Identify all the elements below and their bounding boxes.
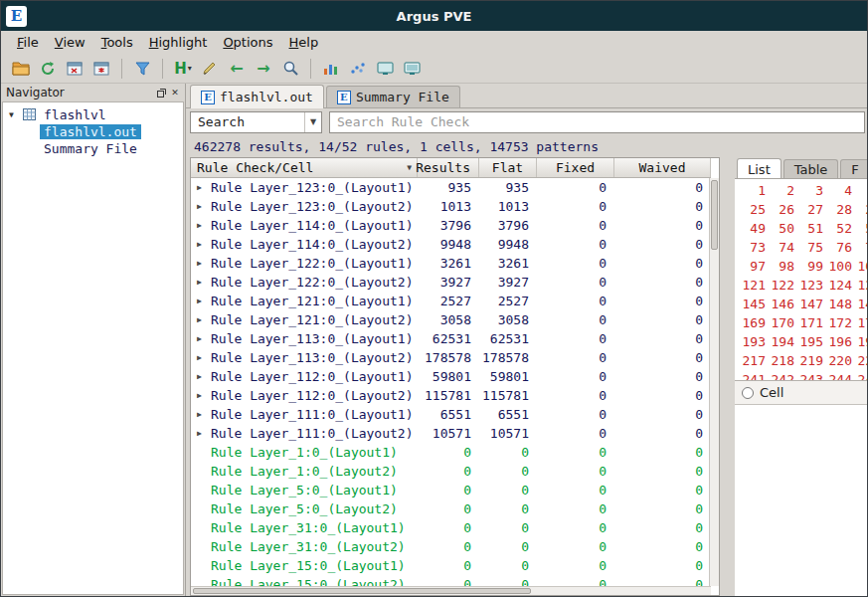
result-number[interactable]: 1 <box>737 183 766 202</box>
result-number[interactable]: 50 <box>766 221 794 240</box>
scatter-plot-icon[interactable] <box>346 57 370 81</box>
result-number[interactable]: 243 <box>794 372 823 381</box>
result-number[interactable]: 221 <box>852 353 867 372</box>
table-row[interactable]: ▶Rule Layer_121:0_(Layout1)2527252700 <box>191 292 711 310</box>
menu-options[interactable]: Options <box>215 33 280 52</box>
row-expand-icon[interactable]: ▶ <box>197 372 207 381</box>
result-number[interactable]: 25 <box>737 202 766 221</box>
table-row[interactable]: ▶Rule Layer_123:0_(Layout2)1013101300 <box>191 197 711 216</box>
menu-file[interactable]: File <box>9 33 47 52</box>
next-arrow-icon[interactable]: → <box>252 57 275 81</box>
tree-root-flashlvl[interactable]: ▼ flashlvl <box>3 105 183 123</box>
result-number[interactable]: 74 <box>766 240 794 259</box>
row-expand-icon[interactable]: ▶ <box>197 410 207 419</box>
result-number[interactable]: 3 <box>794 183 823 202</box>
table-row[interactable]: Rule Layer_1:0_(Layout1)0000 <box>191 443 711 462</box>
result-number[interactable]: 2 <box>766 183 794 202</box>
table-row[interactable]: ▶Rule Layer_112:0_(Layout2)1157811157810… <box>191 386 711 405</box>
table-row[interactable]: Rule Layer_15:0_(Layout2)0000 <box>191 575 711 586</box>
result-number[interactable]: 241 <box>737 372 766 381</box>
result-number[interactable]: 98 <box>766 259 794 278</box>
result-number[interactable]: 123 <box>794 278 823 297</box>
result-number[interactable]: 51 <box>794 221 823 240</box>
table-row[interactable]: ▶Rule Layer_123:0_(Layout1)93593500 <box>191 178 711 197</box>
result-number[interactable]: 145 <box>737 297 766 315</box>
menu-tools[interactable]: Tools <box>93 33 141 52</box>
result-number[interactable]: 121 <box>737 278 766 297</box>
result-number[interactable]: 245 <box>852 372 867 381</box>
table-row[interactable]: ▶Rule Layer_121:0_(Layout2)3058305800 <box>191 310 711 329</box>
result-number[interactable]: 194 <box>766 334 794 353</box>
table-row[interactable]: ▶Rule Layer_111:0_(Layout1)6551655100 <box>191 405 711 424</box>
result-number[interactable]: 218 <box>766 353 794 372</box>
table-row[interactable]: ▶Rule Layer_112:0_(Layout1)598015980100 <box>191 367 711 386</box>
table-row[interactable]: Rule Layer_15:0_(Layout1)0000 <box>191 556 711 575</box>
table-row[interactable]: ▶Rule Layer_113:0_(Layout1)625316253100 <box>191 329 711 348</box>
menu-highlight[interactable]: Highlight <box>141 33 216 52</box>
result-number[interactable]: 97 <box>737 259 766 278</box>
result-number[interactable]: 169 <box>737 315 766 334</box>
result-number[interactable]: 244 <box>823 372 852 381</box>
horizontal-scrollbar[interactable] <box>191 586 711 595</box>
row-expand-icon[interactable]: ▶ <box>197 353 207 362</box>
table-row[interactable]: Rule Layer_1:0_(Layout2)0000 <box>191 462 711 481</box>
result-number[interactable]: 122 <box>766 278 794 297</box>
result-number[interactable]: 170 <box>766 315 794 334</box>
filter-icon[interactable] <box>130 57 154 81</box>
prev-arrow-icon[interactable]: ← <box>225 57 249 81</box>
row-expand-icon[interactable]: ▶ <box>197 391 207 400</box>
column-header-results[interactable]: Results <box>418 158 479 177</box>
result-number[interactable]: 5 <box>852 183 867 202</box>
float-panel-icon[interactable] <box>154 86 168 100</box>
vertical-scrollbar[interactable] <box>709 178 719 586</box>
result-number[interactable]: 100 <box>823 259 852 278</box>
table-row[interactable]: Rule Layer_31:0_(Layout1)0000 <box>191 518 711 537</box>
row-expand-icon[interactable]: ▶ <box>197 240 207 249</box>
result-number[interactable]: 193 <box>737 334 766 353</box>
result-number[interactable]: 73 <box>737 240 766 259</box>
bar-chart-icon[interactable] <box>319 57 343 81</box>
row-expand-icon[interactable]: ▶ <box>197 429 207 438</box>
result-number[interactable]: 217 <box>737 353 766 372</box>
scrollbar-thumb[interactable] <box>711 180 718 250</box>
report-close-icon[interactable] <box>63 57 87 81</box>
close-panel-icon[interactable]: ✕ <box>168 86 182 100</box>
tree-item-summary-file[interactable]: Summary File <box>3 140 183 157</box>
result-number[interactable]: 99 <box>794 259 823 278</box>
column-header-waived[interactable]: Waived <box>614 158 711 177</box>
row-expand-icon[interactable]: ▶ <box>197 297 207 305</box>
zoom-icon[interactable] <box>278 57 302 81</box>
row-expand-icon[interactable]: ▶ <box>197 221 207 230</box>
result-number[interactable]: 26 <box>766 202 794 221</box>
highlight-menu-button[interactable]: H ▾ <box>171 57 195 81</box>
radio-cell[interactable]: Cell <box>735 381 867 405</box>
table-row[interactable]: Rule Layer_5:0_(Layout2)0000 <box>191 499 711 518</box>
result-number[interactable]: 149 <box>852 297 867 315</box>
result-number[interactable]: 146 <box>766 297 794 315</box>
table-row[interactable]: ▶Rule Layer_111:0_(Layout2)105711057100 <box>191 424 711 443</box>
table-row[interactable]: Rule Layer_31:0_(Layout2)0000 <box>191 537 711 556</box>
expander-open-icon[interactable]: ▼ <box>9 110 19 119</box>
column-header-flat[interactable]: Flat <box>479 158 537 177</box>
result-number[interactable]: 196 <box>823 334 852 353</box>
result-number[interactable]: 148 <box>823 297 852 315</box>
result-number[interactable]: 173 <box>852 315 867 334</box>
result-number[interactable]: 195 <box>794 334 823 353</box>
result-number[interactable]: 101 <box>852 259 867 278</box>
tab-flashlvl-out[interactable]: Eflashlvl.out <box>190 85 324 108</box>
result-number[interactable]: 172 <box>823 315 852 334</box>
result-number[interactable]: 242 <box>766 372 794 381</box>
table-row[interactable]: ▶Rule Layer_114:0_(Layout2)9948994800 <box>191 235 711 254</box>
column-header-rule-check-cell[interactable]: Rule Check/Cell▼ <box>191 158 418 177</box>
result-tab-list[interactable]: List <box>737 158 781 179</box>
result-number[interactable]: 124 <box>823 278 852 297</box>
monitor-new-icon[interactable] <box>400 57 424 81</box>
marker-icon[interactable] <box>198 57 222 81</box>
row-expand-icon[interactable]: ▶ <box>197 315 207 324</box>
result-number[interactable]: 220 <box>823 353 852 372</box>
row-expand-icon[interactable]: ▶ <box>197 278 207 287</box>
table-row[interactable]: Rule Layer_5:0_(Layout1)0000 <box>191 481 711 499</box>
table-row[interactable]: ▶Rule Layer_114:0_(Layout1)3796379600 <box>191 216 711 235</box>
result-number[interactable]: 53 <box>852 221 867 240</box>
row-expand-icon[interactable]: ▶ <box>197 334 207 343</box>
